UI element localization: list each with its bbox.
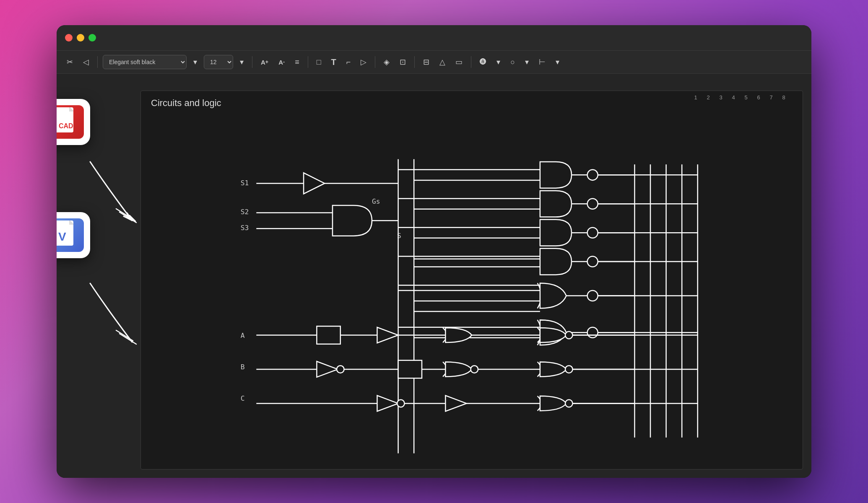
- ruler-6: 6: [752, 94, 765, 101]
- scissors-button[interactable]: ✂: [63, 56, 76, 68]
- svg-marker-59: [317, 361, 338, 377]
- increase-font-button[interactable]: A+: [257, 57, 272, 67]
- toolbar-divider-4: [375, 56, 375, 68]
- titlebar: [57, 25, 811, 50]
- svg-marker-55: [377, 327, 398, 343]
- close-button[interactable]: [65, 34, 73, 41]
- cursor-button[interactable]: ◁: [80, 56, 92, 68]
- svg-point-64: [470, 366, 478, 373]
- svg-point-76: [565, 400, 573, 407]
- crop-dropdown[interactable]: ▾: [552, 56, 563, 68]
- main-window: ✂ ◁ Elegant soft black ▾ 12 ▾ A+ A- ≡ □ …: [57, 25, 811, 478]
- svg-text:S3: S3: [241, 224, 249, 232]
- svg-text:V: V: [58, 230, 66, 243]
- ruler-4: 4: [727, 94, 740, 101]
- diagram-container: Circuits and logic 1 2 3 4 5 6 7 8 .circ…: [140, 91, 803, 469]
- visio-icon-svg: V: [57, 220, 82, 251]
- image-button[interactable]: ⊡: [396, 56, 409, 68]
- ruler-8: 8: [777, 94, 790, 101]
- toolbar-divider-5: [414, 56, 415, 68]
- minimize-button[interactable]: [77, 34, 84, 41]
- svg-marker-12: [304, 173, 325, 194]
- cad-icon-wrapper: CAD: [57, 99, 90, 145]
- diagram-title: Circuits and logic: [151, 98, 221, 109]
- main-content: CAD V: [57, 74, 811, 478]
- circle-button[interactable]: ○: [507, 56, 518, 68]
- ruler: 1 2 3 4 5 6 7 8: [689, 94, 790, 101]
- ruler-2: 2: [702, 94, 715, 101]
- stroke-button[interactable]: ▾: [493, 56, 504, 68]
- font-size-selector[interactable]: 12: [204, 55, 233, 69]
- circuit-diagram: .circuit { stroke: #ffffff; stroke-width…: [141, 112, 803, 469]
- align-button[interactable]: ≡: [291, 56, 303, 68]
- svg-text:S1: S1: [241, 179, 249, 187]
- decrease-font-button[interactable]: A-: [275, 57, 288, 67]
- toolbar-divider-2: [252, 56, 252, 68]
- circle-dropdown[interactable]: ▾: [522, 56, 532, 68]
- ruler-1: 1: [689, 94, 702, 101]
- svg-point-60: [337, 366, 344, 373]
- cad-app-icon[interactable]: CAD: [57, 99, 90, 145]
- crop-button[interactable]: ⊢: [535, 56, 549, 68]
- visio-icon-wrapper: V: [57, 212, 90, 258]
- font-selector[interactable]: Elegant soft black: [103, 55, 187, 69]
- ruler-7: 7: [765, 94, 777, 101]
- font-size-dropdown-button[interactable]: ▾: [236, 56, 247, 68]
- svg-point-42: [587, 290, 598, 301]
- layers-button[interactable]: ◈: [380, 56, 393, 68]
- svg-marker-70: [445, 396, 466, 412]
- arrow-tool[interactable]: ▷: [357, 56, 370, 68]
- toolbar-divider-3: [308, 56, 308, 68]
- svg-point-72: [565, 332, 573, 339]
- canvas-area[interactable]: Circuits and logic 1 2 3 4 5 6 7 8 .circ…: [57, 74, 811, 478]
- svg-text:B: B: [241, 363, 245, 371]
- svg-text:A: A: [241, 332, 245, 340]
- svg-point-22: [587, 170, 598, 180]
- svg-rect-62: [398, 360, 422, 379]
- triangle-button[interactable]: △: [436, 56, 449, 68]
- text-tool[interactable]: T: [328, 56, 340, 69]
- svg-point-47: [587, 327, 598, 338]
- svg-point-27: [587, 199, 598, 209]
- maximize-button[interactable]: [88, 34, 96, 41]
- ruler-3: 3: [715, 94, 727, 101]
- cad-icon-svg: CAD: [57, 106, 82, 138]
- svg-point-32: [587, 228, 598, 238]
- connector-tool[interactable]: ⌐: [343, 56, 354, 68]
- frame-button[interactable]: ▭: [452, 56, 466, 68]
- toolbar-divider-6: [471, 56, 471, 68]
- svg-point-74: [565, 366, 573, 373]
- svg-point-68: [397, 400, 405, 407]
- svg-text:Gs: Gs: [372, 197, 380, 205]
- toolbar-divider-1: [97, 56, 98, 68]
- visio-app-icon[interactable]: V: [57, 212, 90, 258]
- svg-text:S2: S2: [241, 208, 249, 216]
- svg-rect-53: [317, 326, 340, 344]
- align-distribute-button[interactable]: ⊟: [420, 56, 433, 68]
- rectangle-tool[interactable]: □: [313, 56, 325, 68]
- svg-text:C: C: [241, 394, 245, 402]
- ruler-5: 5: [740, 94, 752, 101]
- toolbar: ✂ ◁ Elegant soft black ▾ 12 ▾ A+ A- ≡ □ …: [57, 50, 811, 74]
- svg-marker-67: [377, 396, 398, 412]
- svg-text:CAD: CAD: [59, 122, 73, 130]
- font-dropdown-button[interactable]: ▾: [190, 56, 200, 68]
- svg-point-37: [587, 257, 598, 267]
- fill-button[interactable]: 🅐: [476, 57, 490, 67]
